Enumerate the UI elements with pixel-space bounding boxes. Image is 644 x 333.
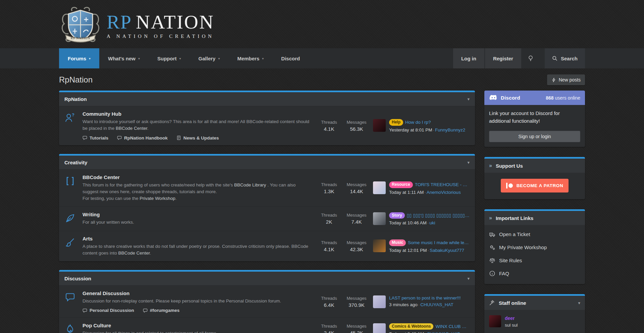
forum-link[interactable]: Community Hub <box>83 111 121 117</box>
subforum-link-handbook[interactable]: RpNation Handbook <box>117 135 168 141</box>
my-private-workshop-link[interactable]: My Private Workshop <box>489 241 580 254</box>
avatar[interactable] <box>373 295 386 308</box>
avatar[interactable] <box>489 315 501 327</box>
thread-prefix-badge[interactable]: Resource <box>389 181 413 188</box>
forum-link[interactable]: Arts <box>83 236 93 241</box>
nav-tab-forums[interactable]: Forums▾ <box>59 48 99 68</box>
latest-post: Resource TORI'S TREEHOUSE - c… Today at … <box>373 181 470 195</box>
lightbulb-icon <box>527 55 534 62</box>
wordmark-nation: NATION <box>136 11 214 33</box>
latest-user-link[interactable]: SabakuKyuut777 <box>430 248 464 253</box>
avatar[interactable] <box>373 323 386 333</box>
site-rules-link[interactable]: Site Rules <box>489 254 580 267</box>
latest-time-link[interactable]: Today at 12:01 PM <box>389 248 427 253</box>
category-header[interactable]: Discussion ▾ <box>59 272 475 285</box>
forum-stats: Threads2K Messages7.4K <box>317 213 373 225</box>
nav-tab-support[interactable]: Support▾ <box>149 48 190 68</box>
latest-time-link[interactable]: Today at 3:48 AM <box>389 331 424 333</box>
collapse-chevron-icon[interactable]: ▾ <box>578 300 580 306</box>
messages-count: 14.4K <box>344 188 369 194</box>
staff-online-header[interactable]: Staff online ▾ <box>484 296 585 310</box>
forum-link[interactable]: General Discussion <box>83 290 129 296</box>
forum-description: A place to share creative works that do … <box>83 243 311 257</box>
arts-brush-icon <box>64 236 83 248</box>
wordmark-rp: RP <box>107 11 132 33</box>
forum-list: RpNation ▾ ? Community Hub Want to intro… <box>59 91 475 333</box>
latest-user-link[interactable]: uki <box>429 220 435 225</box>
forum-link[interactable]: Pop Culture <box>83 323 111 328</box>
page-title: RpNation <box>59 75 93 85</box>
latest-time-link[interactable]: 3 minutes ago <box>389 302 418 307</box>
latest-time-link[interactable]: Today at 1:11 AM <box>389 190 424 195</box>
subforum-link-tutorials[interactable]: Tutorials <box>83 135 108 141</box>
latest-thread-link[interactable]: TORI'S TREEHOUSE - c… <box>415 182 470 187</box>
site-logo[interactable]: RP NATION RP NATION A NATION OF CREATION <box>59 4 214 44</box>
become-a-patron-button[interactable]: BECOME A PATRON <box>501 179 569 192</box>
category-header[interactable]: Creativity ▾ <box>59 156 475 169</box>
patreon-icon <box>506 183 513 188</box>
forum-link[interactable]: BBCode Center <box>83 174 120 180</box>
login-button[interactable]: Log in <box>453 48 484 68</box>
forum-stats: Threads6.4K Messages370.9K <box>317 296 373 308</box>
open-a-ticket-link[interactable]: Open a Ticket <box>489 228 580 241</box>
threads-count: 4.1K <box>317 126 341 132</box>
search-button[interactable]: Search <box>545 48 585 68</box>
nav-tab-members[interactable]: Members▾ <box>228 48 272 68</box>
latest-time-link[interactable]: Yesterday at 8:01 PM <box>389 127 432 132</box>
messages-count: 7.4K <box>344 219 369 225</box>
important-links-widget: » Important Links Open a Ticket My Priva… <box>484 209 585 284</box>
nav-tab-whats-new[interactable]: What's new▾ <box>99 48 149 68</box>
chat-icon <box>143 308 148 313</box>
latest-thread-link[interactable]: ▯▯ ▯▯▯'▯ ▯▯▯▯ ▯▯▯▯▯▯ ▯▯▯▯▯ —— .▯ ▯▯… <box>407 213 470 218</box>
register-button[interactable]: Register <box>485 48 521 68</box>
latest-user-link[interactable]: CHUUYAS_HAT <box>427 331 460 333</box>
avatar[interactable] <box>373 119 386 132</box>
latest-thread-link[interactable]: WINX CLUB CR… <box>435 324 470 329</box>
messages-count: 45.2K <box>344 330 369 333</box>
category-header[interactable]: RpNation ▾ <box>59 92 475 106</box>
category-title: Discussion <box>64 276 91 281</box>
nav-tab-gallery[interactable]: Gallery▾ <box>190 48 229 68</box>
theme-toggle-button[interactable] <box>521 48 540 68</box>
messages-count: 56.3K <box>344 126 369 132</box>
thread-prefix-badge[interactable]: Help <box>389 119 403 126</box>
forum-stats: Threads1.3K Messages14.4K <box>317 182 373 194</box>
staff-name-link[interactable]: deer <box>505 316 515 321</box>
threads-count: 4.1K <box>317 246 341 252</box>
collapse-chevron-icon[interactable]: ▾ <box>467 160 470 165</box>
latest-time-link[interactable]: Today at 10:46 AM <box>389 220 427 225</box>
discord-signup-button[interactable]: Sign up or login <box>489 131 580 142</box>
discussion-bubble-icon <box>64 290 83 303</box>
gears-icon <box>489 244 495 251</box>
latest-user-link[interactable]: AnemoVictorious <box>427 190 461 195</box>
collapse-chevron-icon[interactable]: ▾ <box>467 97 470 102</box>
discord-online-count: 868 users online <box>546 95 580 101</box>
thread-prefix-badge[interactable]: Story <box>389 212 405 219</box>
discord-icon <box>489 95 498 101</box>
latest-thread-link[interactable]: LAST person to post is the winner!!! <box>389 295 461 300</box>
new-posts-button[interactable]: New posts <box>547 74 585 85</box>
latest-thread-link[interactable]: Some music I made while le… <box>408 240 469 245</box>
latest-user-link[interactable]: FunnyBunnyz2 <box>435 127 465 132</box>
subforum-link-personal-discussion[interactable]: Personal Discussion <box>83 308 134 313</box>
collapse-chevron-icon[interactable]: ▾ <box>467 276 470 281</box>
avatar[interactable] <box>373 212 386 225</box>
thread-prefix-badge[interactable]: Comics & Webtoons <box>389 323 433 330</box>
double-chevron-icon: » <box>489 215 492 221</box>
staff-online-widget: Staff online ▾ deer sul sul Onmy <box>484 294 585 333</box>
main-navbar: Forums▾ What's new▾ Support▾ Gallery▾ Me… <box>0 48 644 68</box>
gavel-icon <box>489 300 495 306</box>
subforum-link-forumgames[interactable]: #forumgames <box>143 308 180 313</box>
latest-thread-link[interactable]: How do I rp? <box>405 120 431 125</box>
chevron-down-icon: ▾ <box>218 57 220 60</box>
latest-post: Comics & Webtoons WINX CLUB CR… Today at… <box>373 323 470 333</box>
avatar[interactable] <box>373 181 386 194</box>
faq-link[interactable]: FAQ <box>489 267 580 280</box>
forum-link[interactable]: Writing <box>83 212 100 217</box>
thread-prefix-badge[interactable]: Music <box>389 239 406 246</box>
nav-tab-discord[interactable]: Discord <box>272 48 309 68</box>
subforum-link-news[interactable]: News & Updates <box>176 135 219 141</box>
avatar[interactable] <box>373 239 386 252</box>
latest-user-link[interactable]: CHUUYAS_HAT <box>420 302 453 307</box>
category-title: RpNation <box>64 96 87 102</box>
